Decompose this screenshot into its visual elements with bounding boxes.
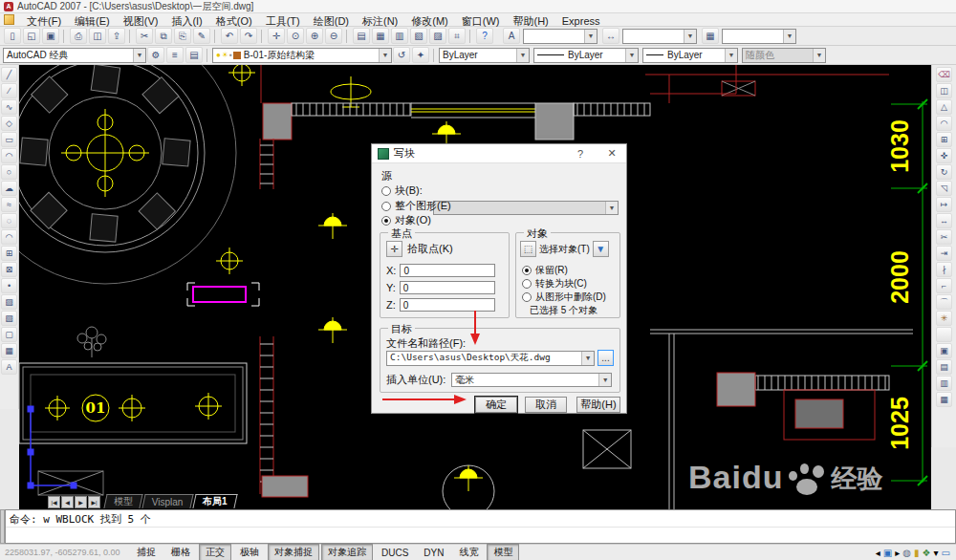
insert-block-icon[interactable]: ⊞ (1, 246, 17, 261)
x-input[interactable]: 0 (400, 264, 495, 277)
separator[interactable] (214, 30, 217, 43)
menu-item[interactable]: Express (555, 15, 607, 27)
stretch-icon[interactable]: ↦ (936, 197, 952, 212)
mirror-icon[interactable]: △ (936, 99, 952, 115)
style-icon[interactable]: ▦ (702, 28, 719, 44)
draworder-below-icon[interactable]: ▦ (936, 392, 952, 407)
quick-select-button[interactable]: ▼ (593, 241, 609, 257)
validate-icon[interactable]: ❖ (923, 548, 931, 558)
style-combo[interactable]: ▼ (622, 29, 697, 44)
region-icon[interactable]: ▢ (1, 327, 17, 342)
tab-prev-button[interactable]: ◀ (61, 496, 74, 508)
toolbar-lock-icon[interactable]: ▮ (914, 548, 920, 558)
communication-center-icon[interactable]: ◍ (902, 548, 911, 558)
style-icon[interactable]: ↔ (602, 28, 619, 44)
publish-icon[interactable]: ⇪ (108, 28, 125, 44)
radio-delete[interactable] (522, 292, 532, 302)
radio-block-row[interactable]: 块(B): (381, 183, 423, 198)
dialog-close-button[interactable]: ✕ (603, 147, 620, 160)
rectangle-icon[interactable]: ▭ (1, 132, 17, 147)
chevron-down-icon[interactable]: ▼ (625, 49, 638, 62)
browse-button[interactable]: ... (598, 350, 614, 366)
array-icon[interactable]: ⊞ (936, 132, 952, 147)
y-input[interactable]: 0 (400, 281, 495, 294)
markup-icon[interactable]: ▨ (429, 28, 446, 44)
toggle-snap[interactable]: 捕捉 (130, 544, 163, 560)
radio-entire-row[interactable]: 整个图形(E) (381, 199, 451, 213)
tool-palettes-icon[interactable]: ▥ (391, 28, 408, 44)
zoom-window-icon[interactable]: ⊕ (306, 28, 323, 44)
toggle-grid[interactable]: 栅格 (164, 544, 197, 560)
radio-objects-row[interactable]: 对象(O) (381, 213, 431, 227)
menu-item[interactable]: 帮助(H) (507, 15, 555, 27)
style-combo[interactable]: ▼ (523, 29, 598, 44)
separator[interactable] (261, 30, 264, 43)
properties-icon[interactable]: ▤ (353, 28, 370, 44)
toggle-osnap[interactable]: 对象捕捉 (268, 544, 319, 560)
separator[interactable] (346, 30, 349, 43)
make-object-layer-icon[interactable]: ✦ (412, 47, 429, 63)
toggle-ortho[interactable]: 正交 (199, 544, 231, 560)
open-file-icon[interactable]: ◱ (23, 28, 40, 44)
zoom-realtime-icon[interactable]: ⊙ (287, 28, 304, 44)
plot-preview-icon[interactable]: ◫ (89, 28, 106, 44)
draworder-back-icon[interactable]: ▤ (936, 359, 952, 375)
chamfer-icon[interactable]: ⌐ (936, 278, 952, 293)
spline-icon[interactable]: ≈ (1, 197, 17, 212)
point-icon[interactable]: • (1, 278, 17, 293)
tab-model[interactable]: 模型 (103, 494, 142, 508)
copy-object-icon[interactable]: ◫ (936, 83, 952, 98)
toggle-otrack[interactable]: 对象追踪 (321, 544, 373, 560)
clean-screen-icon[interactable]: ▭ (942, 548, 950, 558)
make-block-icon[interactable]: ⊠ (1, 262, 17, 277)
selected-block[interactable] (187, 283, 259, 306)
zoom-previous-icon[interactable]: ⊖ (325, 28, 342, 44)
layer-combo[interactable]: ● ☀ ▪ B-01-原始结构梁 ▼ (212, 48, 392, 63)
erase-icon[interactable]: ⌫ (936, 67, 952, 82)
toggle-dyn[interactable]: DYN (417, 546, 450, 560)
help-button[interactable]: 帮助(H) (576, 397, 620, 413)
z-input[interactable]: 0 (400, 298, 495, 312)
break-icon[interactable]: ∤ (936, 262, 952, 277)
ok-button[interactable]: 确定 (475, 397, 517, 413)
ellipse-arc-icon[interactable]: ◠ (1, 229, 17, 245)
chevron-down-icon[interactable]: ▼ (516, 49, 529, 62)
hatch-icon[interactable]: ▨ (1, 294, 17, 310)
chevron-down-icon[interactable]: ▼ (133, 49, 145, 62)
polyline-icon[interactable]: ∿ (1, 99, 17, 115)
help-icon[interactable]: ? (476, 28, 493, 44)
menu-item[interactable]: 编辑(E) (68, 15, 117, 27)
chevron-down-icon[interactable]: ▼ (783, 30, 795, 43)
fillet-icon[interactable]: ⌒ (936, 294, 952, 310)
radio-delete-row[interactable]: 从图形中删除(D) (522, 291, 606, 304)
menu-item[interactable]: 插入(I) (164, 15, 208, 27)
gradient-icon[interactable]: ▧ (1, 311, 17, 326)
chevron-down-icon[interactable]: ▼ (379, 49, 391, 62)
arc-icon[interactable]: ◠ (1, 148, 17, 163)
chevron-down-icon[interactable]: ▼ (725, 49, 737, 62)
ellipse-icon[interactable]: ◌ (1, 213, 17, 228)
draworder-above-icon[interactable]: ▥ (936, 376, 952, 391)
tab-first-button[interactable]: |◀ (48, 496, 60, 508)
line-icon[interactable]: ╱ (1, 67, 17, 82)
scale-icon[interactable]: ◹ (936, 181, 952, 196)
toggle-lwt[interactable]: 线宽 (452, 544, 485, 560)
new-file-icon[interactable]: ▯ (4, 28, 21, 44)
circle-icon[interactable]: ○ (1, 164, 17, 180)
tray-arrow-icon[interactable]: ▾ (934, 548, 939, 558)
linetype-combo[interactable]: ByLayer ▼ (533, 48, 639, 63)
chevron-down-icon[interactable]: ▼ (581, 352, 594, 365)
polygon-icon[interactable]: ◇ (1, 116, 17, 131)
tab-last-button[interactable]: ▶| (88, 496, 100, 508)
style-combo[interactable]: ▼ (722, 29, 796, 44)
color-combo[interactable]: ByLayer ▼ (439, 48, 530, 63)
menu-item[interactable]: 绘图(D) (307, 15, 356, 27)
lineweight-combo[interactable]: ByLayer ▼ (642, 48, 738, 63)
command-prompt-line[interactable] (6, 528, 955, 541)
save-icon[interactable]: ▣ (42, 28, 59, 44)
menu-item[interactable]: 窗口(W) (455, 15, 507, 27)
pan-icon[interactable]: ✛ (268, 28, 285, 44)
offset-icon[interactable]: ◠ (936, 116, 952, 131)
mtext-icon[interactable]: A (1, 359, 17, 375)
separator[interactable] (469, 30, 472, 43)
